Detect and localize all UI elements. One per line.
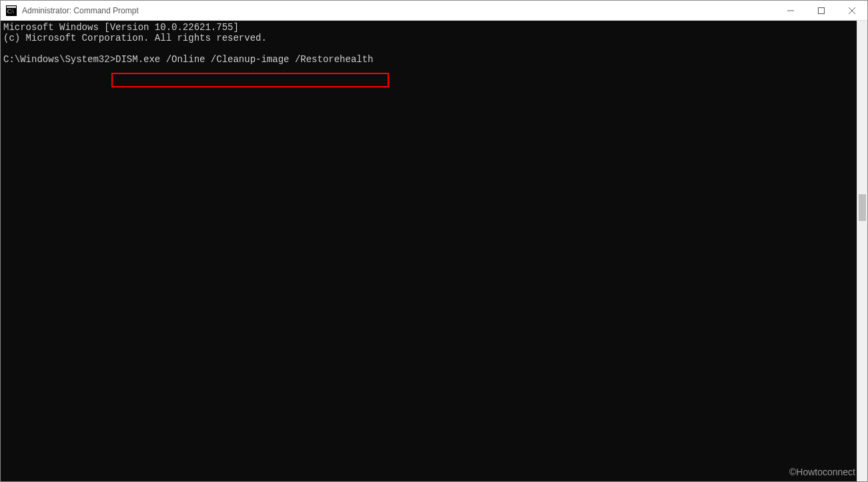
close-button[interactable] [837, 1, 867, 20]
minimize-button[interactable] [775, 1, 806, 20]
svg-text:C:\: C:\ [7, 9, 15, 15]
window-controls [775, 1, 867, 20]
terminal-command: DISM.exe /Online /Cleanup-image /Restore… [115, 54, 373, 65]
scrollbar-thumb[interactable] [859, 194, 866, 221]
vertical-scrollbar[interactable] [857, 21, 867, 481]
terminal-line-1: Microsoft Windows [Version 10.0.22621.75… [3, 22, 239, 33]
maximize-button[interactable] [806, 1, 837, 20]
command-prompt-window: C:\ Administrator: Command Prompt Micros… [0, 0, 868, 482]
terminal-wrapper: Microsoft Windows [Version 10.0.22621.75… [1, 21, 867, 481]
titlebar[interactable]: C:\ Administrator: Command Prompt [1, 1, 867, 21]
cmd-icon: C:\ [6, 5, 17, 16]
terminal-prompt: C:\Windows\System32> [3, 54, 115, 65]
terminal-line-2: (c) Microsoft Corporation. All rights re… [3, 33, 267, 43]
svg-rect-4 [819, 7, 825, 13]
terminal-output[interactable]: Microsoft Windows [Version 10.0.22621.75… [1, 21, 857, 481]
watermark: ©Howtoconnect [789, 467, 855, 477]
svg-rect-1 [7, 6, 16, 8]
window-title: Administrator: Command Prompt [22, 6, 775, 15]
